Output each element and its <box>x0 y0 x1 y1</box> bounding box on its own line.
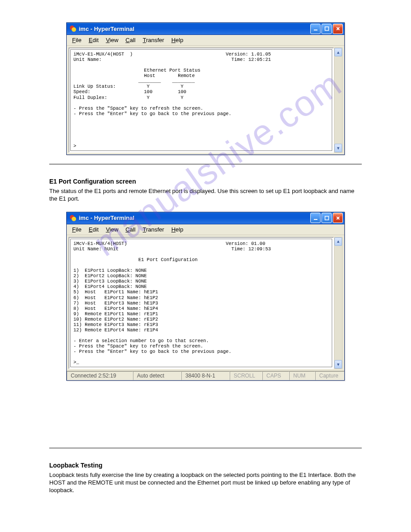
app-icon <box>69 25 77 32</box>
menu-call[interactable]: Call <box>123 36 138 44</box>
vertical-scrollbar[interactable]: ▲ ▼ <box>334 237 342 369</box>
scroll-down-button[interactable]: ▼ <box>334 360 342 369</box>
status-baud: 38400 8-N-1 <box>181 371 230 380</box>
status-caps: CAPS <box>262 371 289 380</box>
status-num: NUM <box>289 371 315 380</box>
svg-rect-6 <box>314 219 317 220</box>
section-heading-1: E1 Port Configuration screen <box>49 178 362 185</box>
menu-transfer[interactable]: Transfer <box>140 226 167 233</box>
vertical-scrollbar[interactable]: ▲ ▼ <box>334 47 342 153</box>
scroll-up-button[interactable]: ▲ <box>334 237 342 246</box>
app-icon <box>69 215 77 222</box>
minimize-button[interactable] <box>310 24 321 34</box>
scroll-track[interactable] <box>334 246 342 360</box>
divider <box>49 448 362 448</box>
svg-rect-2 <box>314 30 317 30</box>
menu-edit[interactable]: Edit <box>86 226 101 233</box>
menu-view[interactable]: View <box>103 226 121 233</box>
section-text-1: The status of the E1 ports and remote Et… <box>49 188 362 203</box>
hyperterminal-window-2: imc - HyperTerminal File Edit View Call … <box>66 212 345 381</box>
menu-bar: File Edit View Call Transfer Help <box>67 224 344 235</box>
section-heading-2: Loopback Testing <box>49 462 362 469</box>
status-bar: Connected 2:52:19 Auto detect 38400 8-N-… <box>67 371 344 380</box>
section-text-2: Loopback tests fully exercise the line b… <box>49 472 362 494</box>
menu-file[interactable]: File <box>69 226 84 233</box>
scroll-up-button[interactable]: ▲ <box>334 48 342 56</box>
terminal-output[interactable]: iMcV-E1-MUX/4(HOST ) Version: 1.01.05 Un… <box>70 49 332 151</box>
menu-help[interactable]: Help <box>169 36 186 44</box>
divider <box>49 164 362 164</box>
svg-rect-7 <box>325 216 329 220</box>
hyperterminal-window-1: imc - HyperTerminal File Edit View Call … <box>66 22 345 155</box>
scroll-down-button[interactable]: ▼ <box>334 144 342 152</box>
maximize-button[interactable] <box>321 24 332 34</box>
menu-file[interactable]: File <box>69 36 84 44</box>
terminal-frame: iMcV-E1-MUX/4(HOST ) Version: 1.01.05 Un… <box>68 47 334 153</box>
status-scroll: SCROLL <box>230 371 262 380</box>
minimize-button[interactable] <box>310 213 321 223</box>
terminal-output[interactable]: iMcV-E1-MUX/4(HOST) Version: 01.00 Unit … <box>70 239 332 367</box>
menu-view[interactable]: View <box>103 36 121 44</box>
close-button[interactable] <box>333 213 343 223</box>
svg-rect-3 <box>325 27 329 30</box>
menu-help[interactable]: Help <box>169 226 186 233</box>
titlebar[interactable]: imc - HyperTerminal <box>67 212 344 224</box>
terminal-frame: iMcV-E1-MUX/4(HOST) Version: 01.00 Unit … <box>68 237 334 369</box>
scroll-track[interactable] <box>334 56 342 144</box>
window-title: imc - HyperTerminal <box>79 215 310 221</box>
menu-transfer[interactable]: Transfer <box>140 36 167 44</box>
titlebar[interactable]: imc - HyperTerminal <box>67 23 344 35</box>
menu-call[interactable]: Call <box>123 226 138 233</box>
status-capture: Capture <box>315 371 344 380</box>
maximize-button[interactable] <box>321 213 332 223</box>
close-button[interactable] <box>333 24 343 34</box>
menu-bar: File Edit View Call Transfer Help <box>67 35 344 46</box>
window-title: imc - HyperTerminal <box>79 26 310 32</box>
svg-point-5 <box>72 217 76 221</box>
status-connected: Connected 2:52:19 <box>67 371 133 380</box>
svg-point-1 <box>72 27 76 32</box>
status-autodetect: Auto detect <box>133 371 181 380</box>
menu-edit[interactable]: Edit <box>86 36 101 44</box>
